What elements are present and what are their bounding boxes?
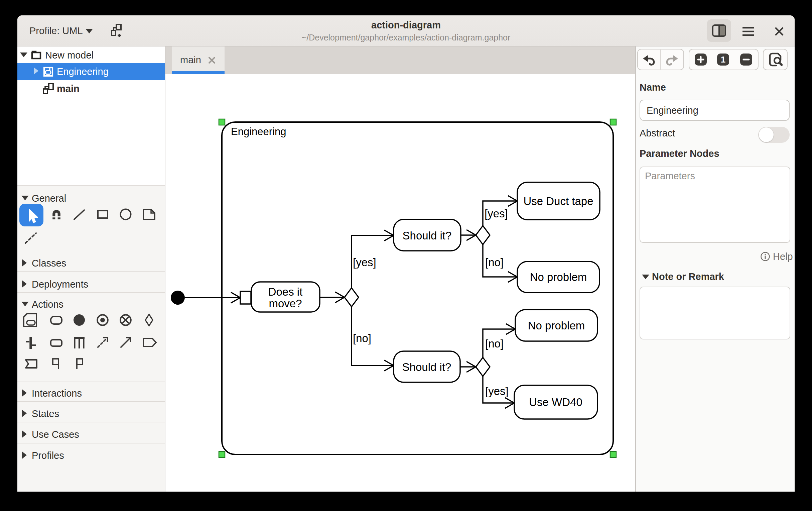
svg-text:[yes]: [yes] (353, 256, 376, 269)
svg-text:[yes]: [yes] (485, 385, 509, 397)
svg-text:Use WD40: Use WD40 (529, 396, 582, 408)
svg-text:Should it?: Should it? (402, 361, 452, 373)
svg-text:Engineering: Engineering (231, 126, 286, 137)
svg-text:[no]: [no] (485, 256, 503, 269)
svg-text:Use Duct tape: Use Duct tape (523, 195, 593, 207)
svg-text:move?: move? (269, 297, 302, 310)
svg-text:No problem: No problem (530, 271, 587, 283)
svg-text:Does it: Does it (268, 286, 303, 298)
svg-text:[no]: [no] (485, 338, 503, 350)
svg-text:[yes]: [yes] (485, 207, 508, 220)
svg-text:Should it?: Should it? (403, 230, 452, 242)
svg-text:[no]: [no] (353, 332, 371, 345)
svg-text:No problem: No problem (528, 319, 585, 332)
